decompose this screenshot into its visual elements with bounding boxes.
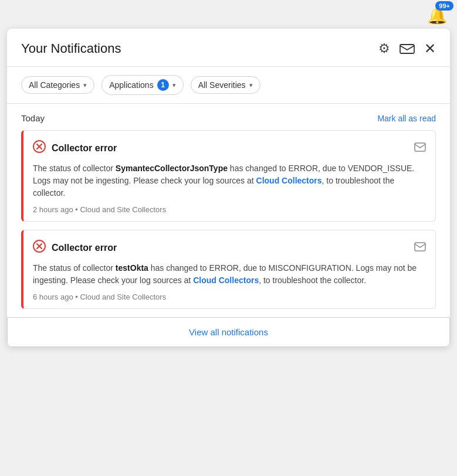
- inbox-icon[interactable]: [400, 41, 415, 57]
- notification-meta: 2 hours ago • Cloud and Site Collectors: [33, 205, 426, 214]
- collector-name: testOkta: [116, 263, 148, 273]
- settings-icon[interactable]: ⚙: [378, 41, 390, 56]
- section-header: Today Mark all as read: [21, 104, 436, 130]
- error-circle-icon: [33, 240, 46, 256]
- chevron-down-icon: ▾: [172, 81, 176, 89]
- close-icon[interactable]: ✕: [424, 40, 436, 57]
- collector-name: SymantecCollectorJsonType: [116, 164, 228, 173]
- notification-title: Collector error: [52, 143, 117, 154]
- cloud-collectors-link[interactable]: Cloud Collectors: [193, 276, 259, 285]
- notification-meta: 6 hours ago • Cloud and Site Collectors: [33, 293, 426, 301]
- notification-title: Collector error: [52, 243, 117, 253]
- filter-all-categories[interactable]: All Categories ▾: [21, 76, 94, 94]
- chevron-down-icon: ▾: [249, 81, 253, 89]
- card-title-row: Collector error: [33, 140, 117, 157]
- envelope-icon[interactable]: [414, 142, 426, 155]
- bell-button[interactable]: 🔔 99+: [427, 6, 448, 25]
- filter-all-categories-label: All Categories: [29, 80, 80, 90]
- panel-title: Your Notifications: [21, 41, 121, 56]
- panel-content: Today Mark all as read Collector error: [7, 104, 450, 309]
- notification-body: The status of collector SymantecCollecto…: [33, 162, 426, 199]
- header-icons: ⚙ ✕: [378, 40, 436, 57]
- error-circle-icon: [33, 140, 46, 157]
- body-text-after: , to troubleshoot the collector.: [259, 276, 366, 285]
- body-text-before: The status of collector: [33, 164, 116, 173]
- card-header: Collector error: [33, 240, 426, 256]
- svg-rect-0: [400, 45, 414, 53]
- body-text-before: The status of collector: [33, 263, 116, 273]
- section-date: Today: [21, 113, 45, 123]
- view-all-notifications-button[interactable]: View all notifications: [7, 317, 450, 347]
- filter-applications-label: Applications: [109, 80, 154, 90]
- filter-all-severities-label: All Severities: [198, 80, 246, 90]
- card-title-row: Collector error: [33, 240, 117, 256]
- top-bar: 🔔 99+: [0, 0, 457, 29]
- envelope-icon[interactable]: [414, 242, 426, 254]
- notification-badge: 99+: [435, 1, 453, 11]
- cloud-collectors-link[interactable]: Cloud Collectors: [256, 176, 322, 185]
- notification-body: The status of collector testOkta has cha…: [33, 262, 426, 287]
- applications-count-badge: 1: [157, 79, 169, 91]
- card-header: Collector error: [33, 140, 426, 157]
- filter-all-severities[interactable]: All Severities ▾: [191, 76, 260, 94]
- notification-card: Collector error The status of collector …: [21, 130, 436, 222]
- notification-card: Collector error The status of collector …: [21, 230, 436, 309]
- chevron-down-icon: ▾: [83, 81, 87, 89]
- panel-header: Your Notifications ⚙ ✕: [7, 29, 450, 67]
- svg-rect-8: [415, 243, 425, 251]
- mark-all-read-button[interactable]: Mark all as read: [377, 114, 436, 123]
- filters-bar: All Categories ▾ Applications 1 ▾ All Se…: [7, 67, 450, 104]
- svg-rect-4: [415, 143, 425, 151]
- notifications-panel: Your Notifications ⚙ ✕ All Categories ▾ …: [7, 29, 450, 347]
- filter-applications[interactable]: Applications 1 ▾: [101, 75, 184, 95]
